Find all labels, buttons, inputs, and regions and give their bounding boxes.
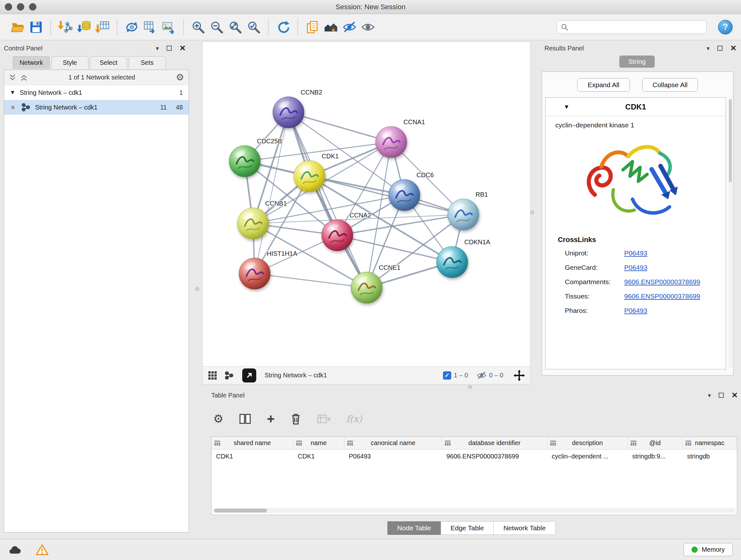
cell-description[interactable]: cyclin–dependent ... xyxy=(547,449,628,463)
network-edge[interactable] xyxy=(288,112,367,288)
tab-string[interactable]: String xyxy=(619,56,655,68)
network-row[interactable]: String Network – cdk1 11 48 xyxy=(4,100,189,115)
save-session-button[interactable] xyxy=(27,18,45,37)
panel-menu-icon[interactable]: ▾ xyxy=(156,45,159,51)
export-table-button[interactable] xyxy=(141,18,159,37)
delete-trash-icon[interactable] xyxy=(290,413,301,425)
zoom-in-button[interactable] xyxy=(189,18,207,37)
crosslink-link[interactable]: 9606.ENSP00000378699 xyxy=(624,274,700,289)
tab-edge-table[interactable]: Edge Table xyxy=(441,521,494,535)
tree-expand-icon[interactable]: ▼ xyxy=(10,89,15,96)
panel-menu-icon[interactable]: ▾ xyxy=(706,45,710,51)
pan-crosshair-icon[interactable] xyxy=(514,370,525,381)
memory-button[interactable]: Memory xyxy=(684,543,733,556)
grid-view-icon[interactable] xyxy=(208,371,217,380)
cell-database-identifier[interactable]: 9606.ENSP00000378699 xyxy=(442,449,547,463)
zoom-out-button[interactable] xyxy=(207,18,226,37)
expand-all-icon[interactable] xyxy=(20,74,28,81)
show-graphics-details-button[interactable] xyxy=(340,18,359,37)
panel-float-icon[interactable] xyxy=(719,393,724,398)
panel-close-icon[interactable]: ✕ xyxy=(731,391,738,399)
crosslink-link[interactable]: P06493 xyxy=(624,303,647,318)
tab-select[interactable]: Select xyxy=(90,56,127,69)
tab-sets[interactable]: Sets xyxy=(129,56,165,69)
scrollbar-thumb[interactable] xyxy=(729,99,732,182)
import-network-button[interactable] xyxy=(56,18,75,37)
crosslink-link[interactable]: 9606.ENSP00000378699 xyxy=(624,289,700,303)
show-hide-panels-button[interactable] xyxy=(359,18,377,37)
column-header-id[interactable]: @id xyxy=(628,437,683,449)
network-edge[interactable] xyxy=(288,112,391,142)
network-node-hist1h1a[interactable] xyxy=(239,258,270,289)
open-session-button[interactable] xyxy=(8,18,27,37)
network-collection-row[interactable]: ▼ String Network – cdk1 1 xyxy=(4,85,189,100)
cell-namespace[interactable]: stringdb xyxy=(683,449,737,463)
network-overview-button[interactable] xyxy=(322,18,340,37)
column-header-namespace[interactable]: namespac xyxy=(683,437,737,449)
crosslink-link[interactable]: P06493 xyxy=(624,260,647,274)
warning-icon[interactable] xyxy=(36,544,49,556)
cell-id[interactable]: stringdb:9... xyxy=(628,449,683,463)
collapse-all-icon[interactable] xyxy=(9,74,16,81)
panel-menu-icon[interactable]: ▾ xyxy=(708,392,711,398)
import-table-button[interactable] xyxy=(93,18,112,37)
network-edge[interactable] xyxy=(255,112,288,273)
network-node-ccna1[interactable] xyxy=(376,126,407,158)
copy-button[interactable] xyxy=(303,18,322,37)
column-header-name[interactable]: name xyxy=(293,437,344,449)
cell-name[interactable]: CDK1 xyxy=(293,449,344,463)
scrollbar-thumb[interactable] xyxy=(214,509,267,512)
zoom-selected-button[interactable] xyxy=(245,18,263,37)
network-edge[interactable] xyxy=(337,235,452,262)
table-horizontal-scrollbar[interactable] xyxy=(213,508,736,513)
search-field[interactable] xyxy=(556,20,706,34)
network-node-ccna2[interactable] xyxy=(322,220,353,251)
network-node-ccnb2[interactable] xyxy=(273,97,304,128)
network-node-ccnb1[interactable] xyxy=(238,208,269,239)
add-column-icon[interactable]: + xyxy=(267,412,275,426)
network-node-cdkn1a[interactable] xyxy=(436,246,468,278)
tab-node-table[interactable]: Node Table xyxy=(387,521,441,535)
panel-close-icon[interactable]: ✕ xyxy=(179,44,186,52)
column-header-canonical-name[interactable]: canonical name xyxy=(344,437,442,449)
panel-close-icon[interactable]: ✕ xyxy=(730,44,737,52)
crosslink-link[interactable]: P06493 xyxy=(624,246,647,260)
panel-float-icon[interactable] xyxy=(166,46,172,51)
collapse-section-icon[interactable]: ▼ xyxy=(563,104,569,111)
cell-canonical-name[interactable]: P06493 xyxy=(344,449,442,463)
gear-icon[interactable]: ⚙ xyxy=(176,73,184,82)
open-in-window-button[interactable] xyxy=(242,368,256,382)
table-row[interactable]: CDK1 CDK1 P06493 9606.ENSP00000378699 cy… xyxy=(212,449,737,463)
vertical-splitter-handle[interactable] xyxy=(195,287,199,291)
column-header-shared-name[interactable]: shared name xyxy=(212,437,293,449)
horizontal-splitter-handle[interactable] xyxy=(468,385,472,389)
network-edge[interactable] xyxy=(255,273,367,288)
selected-checkbox-icon[interactable]: ✓ xyxy=(443,371,451,380)
panel-float-icon[interactable] xyxy=(718,46,723,51)
export-image-button[interactable] xyxy=(159,18,178,37)
network-node-rb1[interactable] xyxy=(448,199,479,230)
help-button[interactable]: ? xyxy=(718,20,733,35)
network-node-cdc25b[interactable] xyxy=(229,145,260,177)
zoom-fit-button[interactable] xyxy=(226,18,245,37)
column-header-database-identifier[interactable]: database identifier xyxy=(442,437,547,449)
column-header-description[interactable]: description xyxy=(547,437,628,449)
cloud-icon[interactable] xyxy=(8,545,21,555)
tab-network-table[interactable]: Network Table xyxy=(493,521,556,535)
search-input[interactable] xyxy=(571,23,702,30)
expand-all-button[interactable]: Expand All xyxy=(577,78,630,91)
collapse-all-button[interactable]: Collapse All xyxy=(642,78,698,91)
results-scrollbar[interactable] xyxy=(729,98,732,368)
network-node-cdc6[interactable] xyxy=(389,179,420,211)
gene-card-header[interactable]: ▼ CDK1 xyxy=(546,98,726,116)
tab-network[interactable]: Network xyxy=(13,56,50,69)
tab-style[interactable]: Style xyxy=(51,56,88,69)
apply-layout-button[interactable] xyxy=(274,18,292,37)
network-node-ccne1[interactable] xyxy=(351,272,382,303)
network-share-icon[interactable] xyxy=(224,371,234,380)
network-view[interactable]: CCNB2CCNA1CDC25BCDK1CDC6RB1CCNB1CCNA2CDK… xyxy=(202,42,530,384)
network-canvas[interactable]: CCNB2CCNA1CDC25BCDK1CDC6RB1CCNB1CCNA2CDK… xyxy=(203,42,530,366)
vertical-splitter-handle[interactable] xyxy=(530,210,534,214)
import-network-from-database-button[interactable] xyxy=(75,18,93,37)
network-node-cdk1[interactable] xyxy=(294,161,325,192)
